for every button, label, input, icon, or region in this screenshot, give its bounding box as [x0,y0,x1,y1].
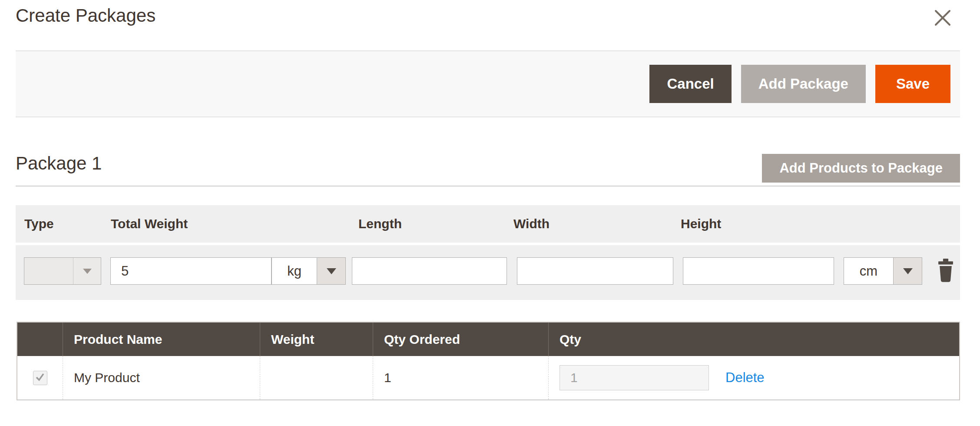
type-select[interactable] [24,257,101,285]
chevron-down-icon [317,258,345,284]
add-package-button[interactable]: Add Package [741,65,866,103]
height-input[interactable] [683,257,834,285]
weight-unit-select[interactable]: kg [271,257,346,285]
modal-title: Create Packages [16,5,156,26]
products-table-header: Product Name Weight Qty Ordered Qty [17,323,959,356]
length-input[interactable] [352,257,507,285]
product-name-cell: My Product [63,356,260,399]
qty-input[interactable] [560,365,709,390]
delete-row-link[interactable]: Delete [725,370,765,386]
width-input[interactable] [517,257,673,285]
package-title: Package 1 [16,153,102,174]
products-table: Product Name Weight Qty Ordered Qty My P… [17,322,960,400]
chevron-down-icon [73,258,101,284]
save-button[interactable]: Save [875,65,950,103]
chevron-down-icon [893,258,922,284]
trash-icon [934,258,957,284]
add-products-to-package-button[interactable]: Add Products to Package [762,154,960,183]
qty-cell: Delete [548,356,959,399]
qty-header: Qty [548,323,959,356]
weight-cell [260,356,373,399]
select-column-header [17,323,63,356]
product-name-header: Product Name [63,323,260,356]
close-button[interactable] [930,6,955,30]
total-weight-label: Total Weight [111,205,188,243]
package-fields-header: Type Total Weight Length Width Height [16,205,960,243]
cancel-button[interactable]: Cancel [649,65,731,103]
type-select-value [24,258,73,284]
total-weight-input[interactable] [110,257,271,285]
height-label: Height [681,205,721,243]
qty-ordered-cell: 1 [373,356,548,399]
dimension-unit-value: cm [844,258,893,284]
package-fields-row: kg cm [16,245,960,300]
weight-unit-value: kg [272,258,317,284]
modal-toolbar: Cancel Add Package Save [16,50,960,117]
row-checkbox[interactable] [33,371,47,385]
table-row: My Product 1 Delete [17,356,959,399]
delete-package-button[interactable] [930,256,961,286]
qty-ordered-header: Qty Ordered [373,323,548,356]
weight-header: Weight [260,323,373,356]
section-divider [16,186,960,186]
dimension-unit-select[interactable]: cm [844,257,922,285]
length-label: Length [358,205,402,243]
width-label: Width [513,205,550,243]
create-packages-modal: Create Packages Cancel Add Package Save … [0,0,980,426]
checkmark-icon [35,370,45,385]
type-label: Type [24,205,54,243]
close-icon [932,23,953,30]
